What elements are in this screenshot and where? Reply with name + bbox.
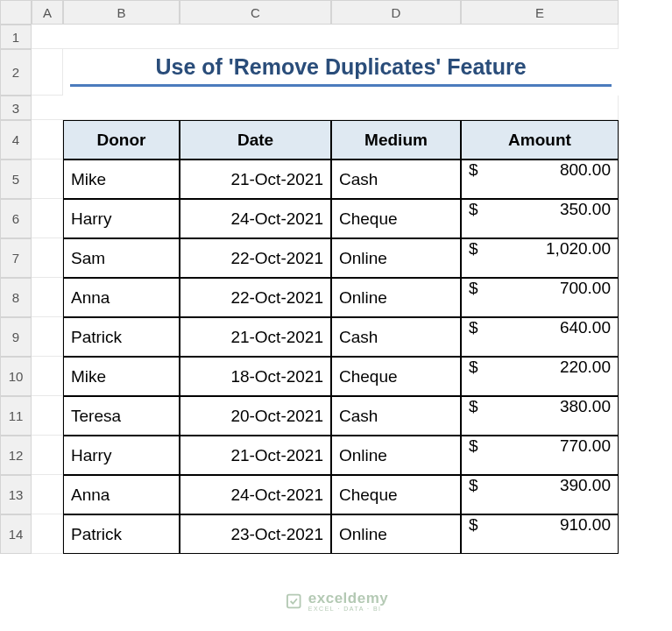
table-row[interactable]: $800.00 [461, 160, 619, 199]
amount-value: 800.00 [560, 160, 611, 198]
cell[interactable] [32, 49, 63, 96]
cell[interactable] [32, 238, 63, 278]
currency-symbol: $ [469, 397, 478, 435]
cell[interactable] [32, 96, 619, 120]
amount-value: 910.00 [560, 515, 611, 553]
row-header-7[interactable]: 7 [0, 238, 32, 278]
amount-value: 770.00 [560, 436, 611, 474]
watermark-name: exceldemy [308, 591, 388, 606]
table-row[interactable]: Online [331, 514, 461, 554]
cell[interactable] [32, 199, 63, 238]
row-header-8[interactable]: 8 [0, 278, 32, 317]
cell[interactable] [32, 514, 63, 554]
row-header-3[interactable]: 3 [0, 96, 32, 120]
table-row[interactable]: Cash [331, 396, 461, 436]
table-row[interactable]: 21-Oct-2021 [180, 317, 331, 357]
table-row[interactable]: $220.00 [461, 357, 619, 396]
col-header-b[interactable]: B [63, 0, 180, 25]
table-row[interactable]: Harry [63, 436, 180, 475]
table-row[interactable]: Anna [63, 278, 180, 317]
row-header-10[interactable]: 10 [0, 357, 32, 396]
currency-symbol: $ [469, 436, 478, 474]
currency-symbol: $ [469, 279, 478, 316]
row-header-9[interactable]: 9 [0, 317, 32, 357]
cell[interactable] [32, 475, 63, 514]
row-header-5[interactable]: 5 [0, 160, 32, 199]
watermark-subtitle: EXCEL · DATA · BI [308, 606, 388, 612]
spreadsheet-grid: A B C D E 1 2 Use of 'Remove Duplicates'… [0, 0, 672, 554]
col-header-e[interactable]: E [461, 0, 619, 25]
col-header-a[interactable]: A [32, 0, 63, 25]
table-row[interactable]: $350.00 [461, 199, 619, 238]
row-header-1[interactable]: 1 [0, 25, 32, 49]
table-row[interactable]: Teresa [63, 396, 180, 436]
currency-symbol: $ [469, 476, 478, 514]
cell[interactable] [32, 278, 63, 317]
table-row[interactable]: 22-Oct-2021 [180, 278, 331, 317]
table-header-date[interactable]: Date [180, 120, 331, 160]
table-row[interactable]: Cheque [331, 199, 461, 238]
table-row[interactable]: Patrick [63, 514, 180, 554]
table-row[interactable]: 23-Oct-2021 [180, 514, 331, 554]
amount-value: 640.00 [560, 318, 611, 356]
cell[interactable] [32, 317, 63, 357]
table-row[interactable]: 24-Oct-2021 [180, 475, 331, 514]
table-row[interactable]: Patrick [63, 317, 180, 357]
amount-value: 1,020.00 [546, 239, 611, 277]
table-row[interactable]: Cash [331, 317, 461, 357]
table-row[interactable]: Online [331, 436, 461, 475]
cell[interactable] [32, 160, 63, 199]
row-header-12[interactable]: 12 [0, 436, 32, 475]
table-row[interactable]: 21-Oct-2021 [180, 436, 331, 475]
table-row[interactable]: Anna [63, 475, 180, 514]
row-header-14[interactable]: 14 [0, 514, 32, 554]
row-header-11[interactable]: 11 [0, 396, 32, 436]
table-row[interactable]: $770.00 [461, 436, 619, 475]
cell[interactable] [32, 396, 63, 436]
table-row[interactable]: $380.00 [461, 396, 619, 436]
amount-value: 390.00 [560, 476, 611, 514]
cell[interactable] [32, 436, 63, 475]
table-header-medium[interactable]: Medium [331, 120, 461, 160]
table-row[interactable]: 21-Oct-2021 [180, 160, 331, 199]
table-row[interactable]: Online [331, 278, 461, 317]
table-row[interactable]: Online [331, 238, 461, 278]
corner-cell[interactable] [0, 0, 32, 25]
col-header-d[interactable]: D [331, 0, 461, 25]
table-row[interactable]: Mike [63, 160, 180, 199]
watermark: exceldemy EXCEL · DATA · BI [284, 591, 388, 612]
table-header-amount[interactable]: Amount [461, 120, 619, 160]
table-row[interactable]: Harry [63, 199, 180, 238]
svg-rect-0 [286, 595, 300, 608]
table-row[interactable]: 22-Oct-2021 [180, 238, 331, 278]
logo-icon [284, 592, 303, 611]
table-row[interactable]: $640.00 [461, 317, 619, 357]
cell[interactable] [32, 120, 63, 160]
currency-symbol: $ [469, 239, 478, 277]
row-header-13[interactable]: 13 [0, 475, 32, 514]
table-row[interactable]: $700.00 [461, 278, 619, 317]
row-header-4[interactable]: 4 [0, 120, 32, 160]
row-header-6[interactable]: 6 [0, 199, 32, 238]
table-row[interactable]: 18-Oct-2021 [180, 357, 331, 396]
table-row[interactable]: 24-Oct-2021 [180, 199, 331, 238]
table-row[interactable]: 20-Oct-2021 [180, 396, 331, 436]
col-header-c[interactable]: C [180, 0, 331, 25]
amount-value: 380.00 [560, 397, 611, 435]
table-row[interactable]: Mike [63, 357, 180, 396]
table-row[interactable]: $390.00 [461, 475, 619, 514]
table-row[interactable]: Cheque [331, 357, 461, 396]
currency-symbol: $ [469, 515, 478, 553]
cell[interactable] [32, 357, 63, 396]
table-row[interactable]: $1,020.00 [461, 238, 619, 278]
cell[interactable] [32, 25, 619, 49]
row-header-2[interactable]: 2 [0, 49, 32, 96]
currency-symbol: $ [469, 200, 478, 238]
table-header-donor[interactable]: Donor [63, 120, 180, 160]
table-row[interactable]: $910.00 [461, 514, 619, 554]
table-row[interactable]: Sam [63, 238, 180, 278]
page-title[interactable]: Use of 'Remove Duplicates' Feature [70, 49, 612, 87]
table-row[interactable]: Cheque [331, 475, 461, 514]
currency-symbol: $ [469, 160, 478, 198]
table-row[interactable]: Cash [331, 160, 461, 199]
